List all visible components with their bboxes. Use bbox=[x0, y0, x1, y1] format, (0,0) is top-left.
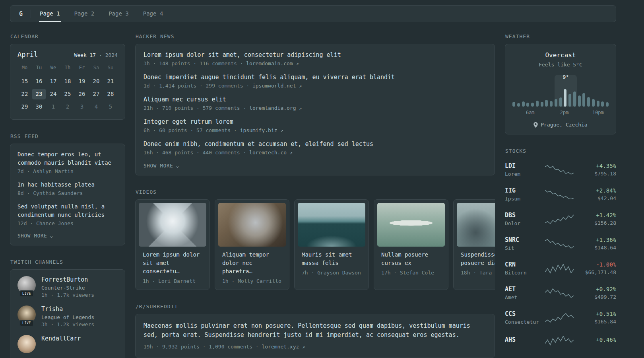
hn-item-title[interactable]: Donec imperdiet augue tincidunt felis al… bbox=[144, 74, 487, 81]
videos-widget: VIDEOS Lorem ipsum dolor sit amet consec… bbox=[135, 189, 495, 290]
rss-item-title[interactable]: Sed volutpat nulla nisl, a condimentum n… bbox=[17, 202, 118, 219]
calendar-day: 21 bbox=[103, 76, 118, 87]
twitch-channel[interactable]: LIVE Trisha League of Legends 3h · 1.2k … bbox=[17, 305, 118, 327]
stock-sparkline bbox=[545, 164, 574, 175]
stock-row[interactable]: AETAmet +0.92%$499.72 bbox=[505, 282, 616, 306]
stock-row[interactable]: AHS +0.46% bbox=[505, 331, 616, 352]
weather-bar bbox=[512, 102, 515, 107]
weather-bar bbox=[573, 91, 576, 107]
video-title[interactable]: Nullam posuere cursus ex bbox=[381, 251, 441, 267]
tab-page-2[interactable]: Page 2 bbox=[74, 6, 95, 22]
weekday-label: Th bbox=[60, 65, 75, 74]
rss-show-more-button[interactable]: SHOW MORE⌄ bbox=[17, 233, 118, 239]
hn-item-title[interactable]: Aliquam nec cursus elit bbox=[144, 96, 487, 103]
rss-item-title[interactable]: Donec tempor eros leo, ut commodo mauris… bbox=[17, 150, 118, 167]
stock-change: +0.46% bbox=[578, 337, 616, 343]
stock-row[interactable]: CRNBitcorn -1.00%$66,171.48 bbox=[505, 257, 616, 282]
weather-bar bbox=[564, 89, 566, 107]
twitch-channel[interactable]: KendallCarr bbox=[17, 335, 118, 353]
stock-name: Dolor bbox=[505, 220, 541, 226]
weather-bar bbox=[578, 95, 581, 107]
video-title[interactable]: Suspendisse posuere diam bbox=[461, 251, 495, 267]
post-text[interactable]: Maecenas mollis pulvinar erat non posuer… bbox=[144, 321, 487, 340]
stock-price: $499.72 bbox=[578, 294, 616, 300]
hn-item-domain-link[interactable]: ipsumify.biz ↗ bbox=[240, 127, 283, 133]
page-tabs: Page 1 Page 2 Page 3 Page 4 bbox=[39, 6, 164, 22]
hn-item-title[interactable]: Donec enim nibh, condimentum et accumsan… bbox=[144, 140, 487, 148]
right-column: WEATHER Overcast Feels like 5°C 9° 6am 2… bbox=[505, 33, 616, 358]
post-meta: 19h · 9,932 points · 1,090 comments · lo… bbox=[144, 344, 487, 350]
calendar-day: 24 bbox=[46, 89, 60, 99]
weekday-label: Mo bbox=[17, 65, 32, 74]
hn-item-domain-link[interactable]: loremtech.co ↗ bbox=[249, 150, 293, 156]
external-link-icon: ↗ bbox=[290, 150, 293, 156]
hn-show-more-button[interactable]: SHOW MORE⌄ bbox=[144, 163, 487, 169]
weather-bar bbox=[522, 101, 525, 107]
channel-name[interactable]: ForrestBurton bbox=[41, 276, 94, 283]
video-card[interactable]: Mauris sit amet massa felis 7h · Grayson… bbox=[294, 199, 369, 290]
tab-page-1[interactable]: Page 1 bbox=[39, 6, 61, 22]
calendar-day: 22 bbox=[17, 89, 32, 99]
hn-item-meta: 1d · 1,414 points · 299 comments · ipsum… bbox=[144, 83, 487, 89]
app-logo[interactable]: G bbox=[19, 10, 23, 18]
tab-page-4[interactable]: Page 4 bbox=[142, 6, 164, 22]
stock-row[interactable]: DBSDolor +1.42%$156.28 bbox=[505, 208, 616, 232]
weather-peak-temp: 9° bbox=[563, 74, 569, 80]
stock-symbol: CRN bbox=[505, 261, 541, 268]
hn-item-title[interactable]: Lorem ipsum dolor sit amet, consectetur … bbox=[144, 51, 487, 58]
twitch-channel[interactable]: LIVE ForrestBurton Counter-Strike 1h · 1… bbox=[17, 276, 118, 298]
video-thumbnail[interactable] bbox=[218, 203, 286, 247]
video-thumbnail[interactable] bbox=[377, 203, 445, 247]
video-card[interactable]: Suspendisse posuere diam 18h · Tara bbox=[453, 199, 495, 290]
rss-item-meta: 7d · Ashlyn Martin bbox=[17, 168, 118, 174]
section-title-videos: VIDEOS bbox=[136, 189, 495, 195]
post-domain-link[interactable]: loremnet.xyz ↗ bbox=[262, 344, 305, 350]
channel-meta: 3h · 1.2k viewers bbox=[41, 321, 94, 327]
video-card[interactable]: Nullam posuere cursus ex 17h · Stefan Co… bbox=[374, 199, 448, 290]
weather-bar bbox=[592, 99, 595, 107]
hn-item-domain-link[interactable]: loremdomain.com ↗ bbox=[246, 60, 299, 66]
rss-item-title[interactable]: In hac habitasse platea bbox=[17, 181, 118, 189]
rss-item-meta: 12d · Chance Jones bbox=[17, 220, 118, 226]
tab-page-3[interactable]: Page 3 bbox=[108, 6, 130, 22]
subreddit-post: Maecenas mollis pulvinar erat non posuer… bbox=[144, 321, 487, 350]
video-title[interactable]: Mauris sit amet massa felis bbox=[302, 251, 361, 267]
channel-name[interactable]: Trisha bbox=[41, 305, 94, 313]
stock-row[interactable]: LDILorem +4.35%$795.18 bbox=[505, 158, 616, 183]
video-title[interactable]: Aliquam tempor dolor nec pharetra… bbox=[222, 251, 282, 276]
channel-name[interactable]: KendallCarr bbox=[41, 335, 81, 342]
calendar-day: 28 bbox=[103, 89, 118, 99]
weather-bar bbox=[550, 101, 553, 107]
video-thumbnail[interactable] bbox=[298, 203, 365, 247]
video-thumbnail[interactable] bbox=[457, 203, 495, 247]
weather-chart: 9° bbox=[512, 73, 609, 107]
calendar-day: 29 bbox=[17, 101, 32, 112]
section-title-hackernews: HACKER NEWS bbox=[136, 33, 495, 39]
stock-row[interactable]: SNRCSit +1.36%$148.64 bbox=[505, 232, 616, 257]
domain-text: loremtech.co bbox=[249, 150, 287, 156]
weekday-label: Su bbox=[103, 65, 118, 74]
section-title-weather: WEATHER bbox=[505, 33, 616, 39]
calendar-day: 20 bbox=[89, 76, 103, 87]
stock-row[interactable]: CCSConsectetur +0.51%$165.84 bbox=[505, 306, 616, 331]
video-card[interactable]: Lorem ipsum dolor sit amet consectetu… 1… bbox=[135, 199, 210, 290]
stocks-list: LDILorem +4.35%$795.18 IIGIpsum +2.84%$4… bbox=[505, 158, 616, 352]
video-title[interactable]: Lorem ipsum dolor sit amet consectetu… bbox=[143, 251, 202, 276]
avatar bbox=[17, 335, 36, 353]
divider bbox=[31, 10, 31, 18]
video-card[interactable]: Aliquam tempor dolor nec pharetra… 1h · … bbox=[215, 199, 289, 290]
stock-price: $156.28 bbox=[578, 220, 616, 226]
hn-item-domain-link[interactable]: ipsumworld.net ↗ bbox=[252, 83, 302, 89]
calendar-day: 27 bbox=[89, 89, 103, 99]
calendar-week: Week 17 bbox=[74, 52, 96, 58]
hn-item-title[interactable]: Integer eget rutrum lorem bbox=[144, 118, 487, 125]
chevron-down-icon: ⌄ bbox=[176, 164, 179, 167]
hn-item-meta: 21h · 710 points · 579 comments · loreml… bbox=[144, 105, 487, 111]
video-thumbnail[interactable] bbox=[139, 203, 206, 247]
stock-row[interactable]: IIGIpsum +2.84%$42.04 bbox=[505, 183, 616, 208]
twitch-widget: TWITCH CHANNELS LIVE ForrestBurton Count… bbox=[10, 259, 125, 358]
calendar-year: 2024 bbox=[105, 52, 118, 58]
calendar-day-next-month: 4 bbox=[89, 101, 103, 112]
hn-item-domain-link[interactable]: loremlandia.org ↗ bbox=[249, 105, 302, 111]
location-pin-icon bbox=[533, 122, 538, 128]
